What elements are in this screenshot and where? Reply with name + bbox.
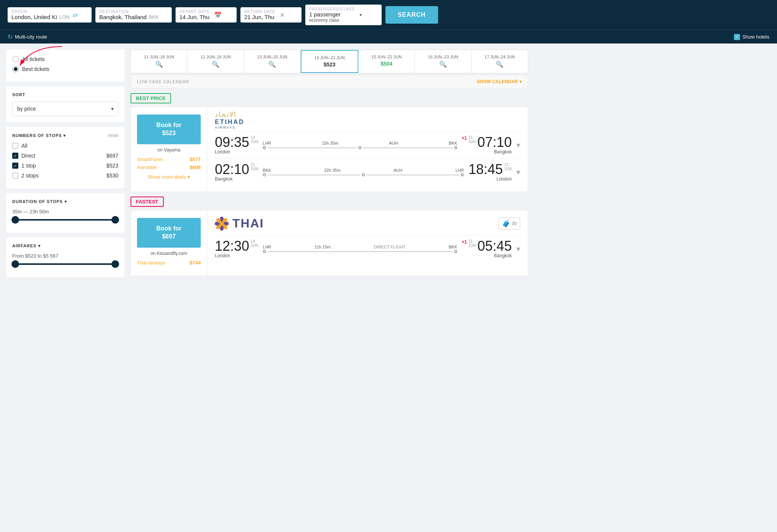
airfares-section: AIRFARES ▾ From $523 to $5 567	[6, 237, 124, 277]
return-date-field[interactable]: RETURN DATE 21 Jun, Thu ✕	[240, 7, 301, 23]
date-tab-3[interactable]: 14 JUN–21 JUN $523	[301, 50, 358, 73]
destination-field[interactable]: DESTINATION Bangkok, Thailand BKK	[95, 7, 172, 23]
best-price-badge: BEST PRICE	[131, 93, 171, 103]
sort-label: SORT	[12, 92, 118, 97]
fastest-dep-time: 12:30	[215, 239, 249, 253]
inbound-expand-icon[interactable]: ▾	[516, 168, 520, 177]
inbound-dep-time: 02:10	[215, 163, 249, 176]
fastest-dep-city: London	[215, 253, 258, 258]
sort-section: SORT by price by duration by departure	[6, 86, 124, 122]
sort-select[interactable]: by price by duration by departure	[12, 102, 118, 116]
destination-code: BKK	[149, 14, 159, 20]
sidebar: All tickets Best tickets	[6, 50, 124, 281]
origin-value: London, United Ki	[11, 14, 57, 20]
destination-value: Bangkok, Thailand	[99, 14, 147, 20]
stop-all-label: All	[21, 143, 27, 149]
fastest-via: DIRECT FLIGHT	[374, 245, 406, 249]
date-tab-4-price: $504	[361, 61, 411, 67]
hotels-checkbox[interactable]: ✓	[734, 34, 740, 40]
inbound-arr-code: LHR	[455, 168, 464, 172]
reset-button[interactable]: reset	[108, 133, 118, 138]
outbound-route: LHR 15h 35m AUH BKK	[263, 141, 457, 149]
multi-city-option[interactable]: ↻ Multi-city route	[8, 33, 47, 40]
date-tab-5[interactable]: 16 JUN–23 JUN 🔍	[415, 50, 471, 73]
search-icon-0: 🔍	[134, 61, 184, 68]
stop-1-label: 1 stop	[21, 163, 36, 169]
date-tab-0[interactable]: 11 JUN–18 JUN 🔍	[131, 50, 187, 73]
all-tickets-radio[interactable]	[12, 56, 19, 63]
outbound-dep-code: LHR	[263, 141, 271, 145]
show-hotels-label: Show hotels	[742, 34, 769, 40]
stop-1-checkbox[interactable]: ✓	[12, 163, 18, 169]
low-fare-label: LOW FARE CALENDAR	[137, 79, 189, 84]
duration-thumb-left[interactable]	[11, 216, 19, 224]
search-button[interactable]: SEARCH	[385, 6, 438, 24]
pax-label: PASSENGERS/CLASS	[309, 7, 355, 11]
origin-field[interactable]: ORIGIN London, United Ki LON ⇄	[8, 7, 92, 23]
show-more-deals-button[interactable]: Show more deals ▾	[148, 174, 190, 180]
date-tab-1[interactable]: 12 JUN–19 JUN 🔍	[187, 50, 244, 73]
all-tickets-option[interactable]: All tickets	[12, 56, 118, 63]
date-tab-2[interactable]: 13 JUN–20 JUN 🔍	[244, 50, 301, 73]
fastest-alt-name-0[interactable]: Thai Airways	[137, 260, 165, 266]
outbound-arr-day: 15	[468, 135, 476, 140]
airfares-thumb-left[interactable]	[11, 260, 19, 268]
airfares-thumb-right[interactable]	[111, 260, 119, 268]
date-tab-4[interactable]: 15 JUN–22 JUN $504	[358, 50, 415, 73]
outbound-duration: 15h 35m	[322, 141, 339, 145]
best-price-book-button[interactable]: Book for $523	[137, 114, 201, 144]
date-tab-6[interactable]: 17 JUN–24 JUN 🔍	[472, 50, 528, 73]
fastest-badge: FASTEST	[131, 197, 164, 207]
best-price-provider: on Vayama	[158, 147, 181, 153]
inbound-dep-day: 21	[251, 163, 258, 167]
destination-label: DESTINATION	[99, 10, 159, 14]
multi-city-icon: ↻	[8, 33, 13, 40]
stop-2-price: $530	[106, 172, 118, 179]
fastest-flight-details: THAI 🧳 30 12:30 14 JUN	[207, 210, 528, 276]
fastest-expand-icon[interactable]: ▾	[516, 244, 520, 253]
etihad-logo: الاتحاد ETIHAD AIRWAYS	[215, 113, 520, 127]
outbound-arr-city: Bangkok	[462, 149, 512, 155]
fastest-book-button[interactable]: Book for $697	[137, 218, 201, 248]
best-tickets-option[interactable]: Best tickets	[12, 66, 118, 73]
stop-direct-checkbox[interactable]: ✓	[12, 153, 18, 159]
fastest-arr-city: Bangkok	[462, 253, 512, 258]
pax-value: 1 passenger	[309, 11, 355, 18]
inbound-dep-month: JUN	[251, 167, 258, 171]
luggage-button[interactable]: 🧳 30	[498, 218, 520, 230]
right-panel: 11 JUN–18 JUN 🔍 12 JUN–19 JUN 🔍 13 JUN–2…	[131, 50, 528, 281]
best-price-card: Book for $523 on Vayama SmartFares $577 …	[131, 106, 528, 192]
luggage-number: 30	[512, 221, 517, 226]
stop-2-checkbox[interactable]	[12, 172, 18, 179]
stop-1-price: $523	[106, 163, 118, 169]
depart-date-field[interactable]: DEPART DATE 14 Jun, Thu 📅	[176, 7, 237, 23]
outbound-arr-code: BKK	[449, 141, 457, 145]
sort-select-wrapper[interactable]: by price by duration by departure	[12, 102, 118, 116]
duration-thumb-right[interactable]	[111, 216, 119, 224]
swap-icon[interactable]: ⇄	[73, 11, 77, 19]
alt-deal-1-price: $606	[190, 164, 201, 170]
show-calendar-button[interactable]: SHOW CALENDAR ▾	[477, 79, 522, 84]
inbound-route: BKK 22h 35m AUH LHR	[263, 168, 464, 176]
all-tickets-label: All tickets	[22, 56, 45, 62]
luggage-icon: 🧳	[502, 219, 510, 228]
outbound-expand-icon[interactable]: ▾	[516, 140, 520, 150]
fastest-arr-month: JUN	[468, 243, 476, 248]
stop-direct-label: Direct	[21, 153, 35, 159]
passengers-field[interactable]: PASSENGERS/CLASS 1 passenger economy cla…	[305, 5, 382, 25]
stop-all-checkbox[interactable]	[12, 143, 18, 149]
fastest-arr-day: 15	[468, 239, 476, 243]
duration-label: DURATION OF STOPS ▾	[12, 199, 118, 204]
chevron-down-icon: ▾	[359, 12, 362, 18]
fastest-dep-month: JUN	[251, 243, 258, 248]
show-hotels-option[interactable]: ✓ Show hotels	[734, 34, 769, 40]
pax-class: economy class	[309, 18, 355, 23]
alt-deal-0-name[interactable]: SmartFares	[137, 156, 163, 162]
stop-direct-row: ✓ Direct $697	[12, 153, 118, 159]
alt-deal-1-name[interactable]: Aerobilet	[137, 164, 156, 170]
close-icon[interactable]: ✕	[280, 11, 285, 19]
date-tab-3-price: $523	[305, 61, 355, 68]
best-tickets-radio[interactable]	[12, 66, 19, 73]
search-icon-2: 🔍	[247, 61, 297, 68]
alt-deal-0: SmartFares $577	[137, 156, 201, 162]
